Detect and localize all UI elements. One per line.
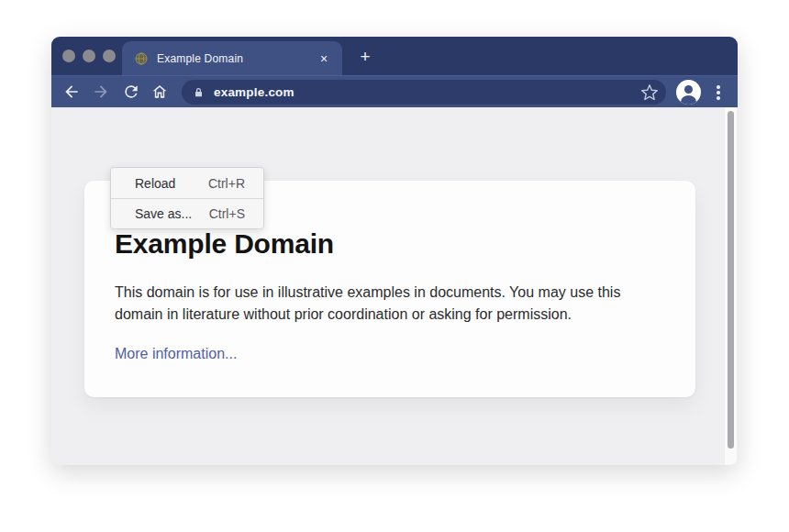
- profile-avatar-icon[interactable]: [676, 80, 701, 105]
- more-information-link[interactable]: More information...: [115, 346, 237, 362]
- kebab-menu-icon[interactable]: [715, 83, 722, 102]
- new-tab-button[interactable]: +: [355, 47, 375, 67]
- lock-icon[interactable]: [193, 86, 205, 99]
- avatar-head: [684, 85, 693, 94]
- toolbar: example.com: [51, 75, 738, 107]
- tab-close-icon[interactable]: ×: [317, 51, 331, 66]
- page-title: Example Domain: [115, 228, 662, 260]
- close-window-button[interactable]: [62, 50, 75, 62]
- traffic-lights: [62, 37, 116, 75]
- avatar-body: [681, 95, 696, 105]
- reload-icon[interactable]: [122, 83, 140, 101]
- tab-title: Example Domain: [157, 52, 307, 65]
- address-bar[interactable]: example.com: [182, 80, 666, 105]
- menu-item-shortcut: Ctrl+S: [209, 206, 245, 221]
- page-content: Example Domain This domain is for use in…: [51, 107, 738, 465]
- bookmark-star-icon[interactable]: [640, 83, 659, 102]
- browser-window: Example Domain × + example.com: [51, 37, 738, 465]
- forward-arrow-icon[interactable]: [92, 83, 110, 101]
- context-menu: Reload Ctrl+R Save as... Ctrl+S: [110, 167, 264, 229]
- page-paragraph: This domain is for use in illustrative e…: [115, 282, 658, 326]
- scrollbar-track[interactable]: [725, 107, 737, 465]
- menu-item-label: Reload: [135, 176, 175, 191]
- scrollbar-thumb[interactable]: [728, 111, 734, 449]
- minimize-window-button[interactable]: [83, 50, 95, 62]
- back-arrow-icon[interactable]: [62, 83, 81, 101]
- menu-item-reload[interactable]: Reload Ctrl+R: [111, 168, 263, 198]
- menu-item-shortcut: Ctrl+R: [208, 176, 245, 191]
- menu-item-save-as[interactable]: Save as... Ctrl+S: [111, 198, 263, 228]
- url-text: example.com: [214, 85, 640, 99]
- maximize-window-button[interactable]: [103, 50, 116, 62]
- home-icon[interactable]: [150, 83, 169, 101]
- globe-favicon-icon: [135, 52, 148, 65]
- tab-example-domain[interactable]: Example Domain ×: [122, 41, 342, 75]
- menu-item-label: Save as...: [135, 206, 192, 221]
- titlebar: Example Domain × +: [51, 37, 738, 75]
